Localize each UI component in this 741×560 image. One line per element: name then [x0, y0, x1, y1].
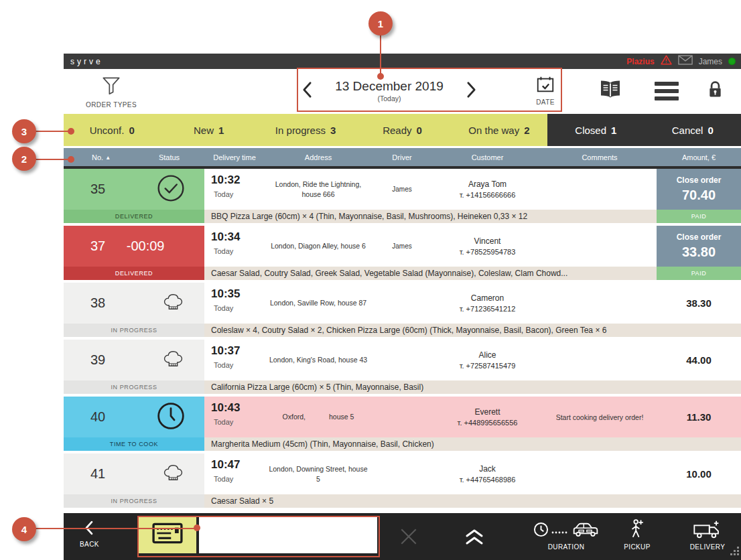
- customer-cell: Araya Tom т. +14156666666: [432, 169, 543, 210]
- column-header-customer[interactable]: Customer: [432, 153, 543, 161]
- order-row[interactable]: 40 10:43 Today Oxford, house 5 Everett т…: [64, 397, 741, 451]
- order-address: Oxford, house 5: [265, 397, 372, 437]
- order-items: Caesar Salad × 5: [204, 494, 741, 508]
- annotation-marker-3: 3: [12, 119, 36, 143]
- screenshot-page: syrve Plazius James ORDER TYPES 13 Decem…: [0, 0, 741, 560]
- customer-phone: т. +44765468986: [460, 476, 516, 484]
- previous-day-button[interactable]: [299, 80, 315, 102]
- delivery-time-cell: 10:37 Today: [204, 340, 265, 380]
- close-order-label: Close order: [677, 232, 722, 242]
- pickup-label: PICKUP: [612, 543, 663, 551]
- customer-cell: Jack т. +44765468986: [432, 453, 543, 494]
- order-driver: James: [372, 169, 432, 210]
- order-amount: 70.40: [682, 188, 716, 203]
- customer-name: Vincent: [474, 236, 501, 246]
- plazius-alert-label[interactable]: Plazius: [626, 57, 654, 66]
- column-header-comments[interactable]: Comments: [543, 153, 657, 161]
- tab-unconfirmed[interactable]: Unconf.0: [64, 114, 160, 146]
- order-row[interactable]: 38 10:35 Today London, Saville Row, hous…: [64, 283, 741, 337]
- app-logo: syrve: [70, 57, 103, 66]
- amount-cell: 38.30 38.30: [657, 283, 741, 324]
- pickup-person-icon: [629, 518, 645, 543]
- current-user-label[interactable]: James: [699, 57, 722, 66]
- tab-cancel[interactable]: Cancel0: [645, 114, 741, 146]
- clock-icon: [156, 401, 186, 433]
- keyboard-toggle-button[interactable]: [139, 516, 196, 553]
- close-order-button[interactable]: Close order 70.40: [657, 169, 741, 210]
- order-items: Caesar Salad, Coutry Salad, Greek Salad,…: [204, 267, 657, 280]
- order-row[interactable]: 41 10:47 Today London, Downing Street, h…: [64, 453, 741, 508]
- order-comment: [543, 169, 657, 210]
- order-address: London, Ride the Lightning, house 666: [265, 169, 372, 210]
- connection-status-dot: [728, 58, 736, 65]
- order-comment: [543, 340, 657, 380]
- resize-grip[interactable]: [730, 546, 739, 558]
- new-pickup-button[interactable]: PICKUP: [612, 519, 663, 551]
- collapse-panel-button[interactable]: [464, 528, 484, 548]
- delivery-day: Today: [211, 475, 265, 483]
- order-status-label: IN PROGRESS: [64, 324, 204, 337]
- search-input[interactable]: [199, 516, 377, 553]
- order-number: 38: [90, 295, 105, 311]
- hamburger-menu-button[interactable]: [655, 82, 679, 104]
- customer-name: Alice: [478, 350, 496, 360]
- back-button[interactable]: BACK: [80, 520, 99, 548]
- delivery-time: 10:43: [211, 401, 265, 415]
- order-row[interactable]: 39 10:37 Today London, King's Road, hous…: [64, 340, 741, 394]
- delivery-day: Today: [211, 361, 265, 369]
- new-delivery-button[interactable]: DELIVERY: [679, 519, 736, 551]
- order-number: 37: [90, 238, 105, 254]
- customer-name: Araya Tom: [468, 180, 507, 189]
- order-timer: -00:09: [127, 238, 165, 254]
- envelope-icon[interactable]: [678, 55, 693, 68]
- close-order-button[interactable]: Close order 33.80: [657, 226, 741, 267]
- tab-in-progress[interactable]: In progress3: [257, 114, 354, 146]
- order-status-cell: 37 -00:09: [64, 226, 204, 267]
- tab-new[interactable]: New1: [160, 114, 257, 146]
- chef-hat-icon: [161, 289, 186, 317]
- clock-small-icon: [533, 522, 549, 540]
- date-picker-button[interactable]: DATE: [531, 74, 560, 106]
- column-header-status[interactable]: Status: [134, 153, 204, 161]
- order-address: London, Downing Street, house 5: [265, 453, 372, 494]
- lock-button[interactable]: [705, 79, 725, 102]
- status-tabs: Unconf.0 New1 In progress3 Ready0 On the…: [64, 114, 741, 146]
- paid-badge: PAID: [657, 210, 741, 223]
- column-header-address[interactable]: Address: [265, 153, 372, 161]
- order-status-label: IN PROGRESS: [64, 380, 204, 394]
- customer-phone: т. +14156666666: [460, 191, 516, 199]
- order-row[interactable]: 37 -00:09 10:34 Today London, Diagon All…: [64, 226, 741, 280]
- tab-ready[interactable]: Ready0: [354, 114, 450, 146]
- order-status-label: TIME TO COOK: [64, 437, 204, 451]
- customer-cell: Cameron т. +71236541212: [432, 283, 543, 324]
- delivery-time: 10:37: [211, 344, 265, 358]
- delivery-time: 10:32: [211, 173, 265, 187]
- column-header-amount[interactable]: Amount, €: [657, 153, 741, 161]
- menu-book-button[interactable]: [598, 79, 622, 102]
- duration-button[interactable]: DURATION: [529, 519, 603, 551]
- column-header-no[interactable]: No. ▲: [64, 153, 134, 161]
- order-status-cell: 38: [64, 283, 204, 324]
- column-header-delivery-time[interactable]: Delivery time: [204, 153, 265, 161]
- close-search-icon[interactable]: [399, 527, 419, 549]
- orders-list: 35 10:32 Today London, Ride the Lightnin…: [64, 169, 741, 513]
- order-status-label: DELIVERED: [64, 267, 204, 280]
- orders-table-header: No. ▲ Status Delivery time Address Drive…: [64, 148, 741, 169]
- order-types-filter-button[interactable]: ORDER TYPES: [81, 74, 141, 109]
- tab-on-the-way[interactable]: On the way2: [451, 114, 547, 146]
- next-day-button[interactable]: [464, 80, 479, 102]
- keyboard-icon: [152, 522, 183, 547]
- annotation-marker-1: 1: [368, 11, 393, 36]
- order-address: London, Diagon Alley, house 6: [265, 226, 372, 267]
- double-chevron-up-icon: [464, 528, 484, 545]
- annotation-marker-2: 2: [12, 147, 36, 171]
- order-row[interactable]: 35 10:32 Today London, Ride the Lightnin…: [64, 169, 741, 223]
- order-comment: [543, 283, 657, 324]
- tab-closed[interactable]: Closed1: [547, 114, 644, 146]
- order-address: London, Saville Row, house 87: [265, 283, 372, 324]
- order-number: 41: [90, 466, 105, 482]
- customer-phone: т. +448995656556: [458, 419, 518, 427]
- delivery-label: DELIVERY: [679, 543, 736, 551]
- column-header-driver[interactable]: Driver: [372, 153, 432, 161]
- amount-cell: 10.00 10.00: [657, 453, 741, 494]
